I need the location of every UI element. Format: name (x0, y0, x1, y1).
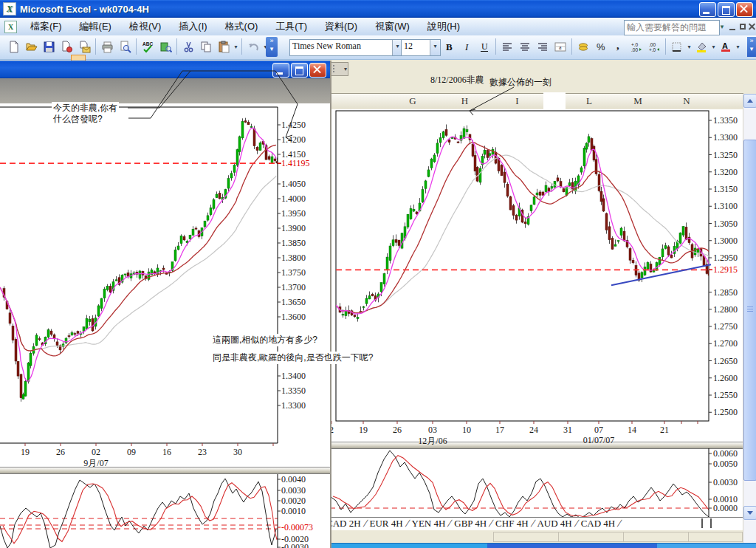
decrease-decimal-button[interactable]: .00+.0 (645, 38, 663, 55)
title-bar[interactable]: X Microsoft Excel - wk0704-4H (0, 0, 756, 18)
percent-button[interactable]: % (592, 38, 610, 55)
bold-button[interactable]: B (440, 38, 458, 55)
menu-item-3[interactable]: 檢視(V) (122, 18, 168, 35)
vertical-scrollbar[interactable] (743, 94, 756, 543)
sheet-tab-cad-4h[interactable]: CAD 4H (581, 518, 616, 529)
column-header-blank[interactable] (711, 94, 743, 109)
preview-button[interactable] (116, 38, 134, 55)
merge-center-button[interactable]: a (551, 38, 569, 55)
osc-axis-label: 0.0050 (713, 459, 738, 470)
column-header-N[interactable]: N (662, 94, 712, 109)
font-color-button[interactable]: A (717, 38, 735, 55)
column-header-M[interactable]: M (614, 94, 663, 109)
taskbar-segment (487, 543, 657, 548)
open-button[interactable] (22, 38, 40, 55)
tab-split-handle[interactable] (701, 518, 712, 528)
font-color-dropdown[interactable]: ▾ (735, 38, 741, 55)
scrollbar-thumb[interactable] (743, 140, 756, 481)
undo-button[interactable] (244, 38, 262, 55)
app-close-button[interactable] (736, 2, 753, 17)
column-header-H[interactable]: H (439, 94, 492, 109)
spelling-button[interactable]: ABC (139, 38, 157, 55)
right-pane-split-bar[interactable] (330, 442, 743, 449)
italic-button[interactable]: I (458, 38, 475, 55)
workbook-close-button[interactable] (748, 22, 756, 32)
sheet-tab-gbp-4h[interactable]: GBP 4H (454, 518, 487, 529)
save-button[interactable] (40, 38, 58, 55)
borders-dropdown[interactable]: ▾ (686, 38, 693, 55)
menu-item-2[interactable]: 編輯(E) (72, 18, 119, 35)
app-restore-button[interactable] (718, 2, 735, 17)
workbook-minimize-button[interactable] (728, 22, 738, 32)
toolbar-options-button-2[interactable]: »▾ (747, 37, 756, 57)
align-left-button[interactable] (498, 38, 516, 55)
arrow-up-icon (747, 99, 753, 103)
fill-color-button[interactable] (693, 38, 710, 55)
print-icon (101, 41, 114, 53)
close-button[interactable] (309, 63, 326, 78)
column-header-I[interactable]: I (491, 94, 544, 109)
floating-toolbar-fragment[interactable]: ▾ (331, 62, 348, 76)
menu-item-4[interactable]: 插入(I) (171, 18, 214, 35)
font-size-combo[interactable]: 12▾ (401, 39, 441, 56)
currency-button[interactable] (574, 38, 592, 55)
scroll-down-button[interactable] (743, 506, 756, 520)
menu-item-1[interactable]: 檔案(F) (23, 18, 69, 35)
new-button[interactable] (4, 38, 22, 55)
paste-button[interactable] (215, 38, 233, 55)
left-chart-object[interactable] (0, 103, 330, 548)
mail-button[interactable] (75, 38, 93, 55)
menu-item-7[interactable]: 資料(D) (317, 18, 365, 35)
cut-button[interactable] (179, 38, 197, 55)
borders-button[interactable] (668, 38, 686, 55)
fill-color-dropdown[interactable]: ▾ (710, 38, 717, 55)
chevron-down-icon[interactable]: ▾ (430, 40, 440, 55)
column-header-G[interactable]: G (387, 94, 439, 109)
menu-item-6[interactable]: 工具(T) (268, 18, 315, 35)
menu-item-5[interactable]: 格式(O) (218, 18, 266, 35)
menu-item-9[interactable]: 說明(H) (420, 18, 467, 35)
underline-button[interactable]: U (475, 38, 493, 55)
restore-button[interactable] (291, 63, 308, 78)
y-axis-label: 1.3000 (713, 236, 738, 247)
column-header-blank[interactable] (330, 94, 388, 109)
y-axis-label: 1.3200 (713, 167, 738, 178)
left-window-title-bar[interactable] (0, 61, 330, 78)
y-axis-label: 1.2850 (713, 287, 738, 298)
y-axis-label: 1.41195 (281, 158, 310, 169)
toolbar-separator (495, 38, 496, 55)
sheet-tab-chf-4h[interactable]: CHF 4H (495, 518, 528, 529)
chevron-down-icon[interactable]: ▾ (717, 20, 727, 34)
sheet-tab-eur-4h[interactable]: EUR 4H (369, 518, 402, 529)
right-chart-object[interactable] (330, 109, 743, 543)
toolbar-separator (176, 38, 177, 55)
sheet-tab-yen-4h[interactable]: YEN 4H (412, 518, 446, 529)
permission-button[interactable] (58, 38, 75, 55)
font-name-combo[interactable]: Times New Roman▾ (289, 39, 403, 56)
workbook-restore-button[interactable] (738, 22, 748, 32)
taskbar-strip[interactable] (330, 543, 756, 548)
menu-item-8[interactable]: 視窗(W) (368, 18, 417, 35)
copy-button[interactable] (197, 38, 215, 55)
column-header-row: GHILMN (330, 93, 743, 111)
tab-separator: / (529, 518, 536, 530)
column-header-L[interactable]: L (565, 94, 614, 109)
tab-separator: / (447, 518, 453, 530)
question-input[interactable]: 輸入需要解答的問題 (624, 20, 720, 35)
print-button[interactable] (98, 38, 116, 55)
increase-decimal-button[interactable]: +.0.00 (628, 38, 645, 55)
paste-dropdown[interactable]: ▾ (233, 38, 239, 55)
app-minimize-button[interactable] (699, 2, 716, 17)
increase-decimal-icon: +.0.00 (630, 41, 643, 53)
comma-button[interactable]: , (610, 38, 628, 55)
left-pane-split-bar[interactable] (0, 467, 330, 474)
align-right-button[interactable] (534, 38, 551, 55)
y-axis-label: 1.2600 (713, 373, 738, 384)
toolbar-options-button[interactable]: »▾ (266, 37, 278, 57)
scroll-up-button[interactable] (743, 94, 756, 108)
align-center-button[interactable] (516, 38, 534, 55)
x-axis-label: 21 (652, 425, 677, 436)
sheet-tab-aud-4h[interactable]: AUD 4H (537, 518, 571, 529)
minimize-button[interactable] (272, 63, 289, 78)
research-button[interactable] (157, 38, 174, 55)
